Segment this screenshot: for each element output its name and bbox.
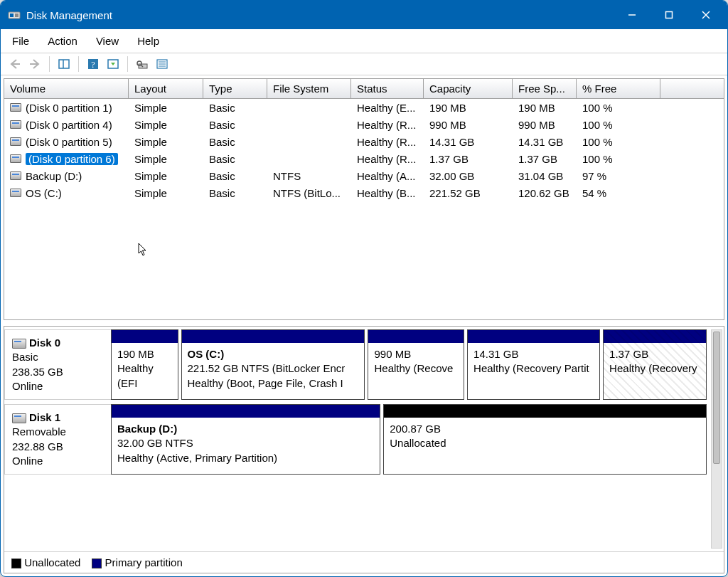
partition-title: OS (C:)	[188, 347, 359, 361]
cell-pct: 100 %	[577, 119, 660, 131]
partition-bar	[182, 330, 365, 343]
cell-status: Healthy (A...	[351, 170, 424, 182]
cell-type: Basic	[203, 102, 267, 114]
cell-type: Basic	[203, 136, 267, 148]
titlebar: Disk Management	[1, 1, 727, 29]
partition-size: 1.37 GB	[609, 347, 700, 361]
list-button[interactable]	[154, 55, 171, 73]
legend: Unallocated Primary partition	[4, 551, 724, 573]
app-window: Disk Management File Action View Help ?	[0, 0, 728, 577]
disk-icon	[12, 339, 26, 349]
partition-box[interactable]: Backup (D:)32.00 GB NTFSHealthy (Active,…	[111, 404, 380, 475]
svg-rect-1	[10, 14, 14, 17]
partition-box[interactable]: 990 MBHealthy (Recove	[368, 329, 464, 400]
cell-capacity: 14.31 GB	[424, 136, 513, 148]
cell-layout: Simple	[129, 153, 203, 165]
drive-icon	[10, 103, 21, 112]
volume-name: (Disk 0 partition 1)	[26, 102, 112, 114]
graphical-scroll: Disk 0Basic238.35 GBOnline190 MBHealthy …	[4, 327, 724, 551]
partition-status: Healthy (Recove	[374, 361, 458, 376]
disk-size: 238.35 GB	[12, 365, 104, 379]
app-icon	[8, 9, 21, 21]
disk-name: Disk 0	[29, 337, 60, 349]
partition-box[interactable]: 200.87 GBUnallocated	[383, 404, 707, 475]
properties-button[interactable]	[134, 55, 151, 73]
refresh-button[interactable]	[105, 55, 122, 73]
volume-name: (Disk 0 partition 4)	[26, 119, 112, 131]
col-layout[interactable]: Layout	[129, 79, 203, 98]
partition-box[interactable]: 190 MBHealthy (EFI	[111, 329, 178, 400]
maximize-button[interactable]	[651, 1, 687, 29]
partition-box[interactable]: 1.37 GBHealthy (Recovery	[603, 329, 707, 400]
col-capacity[interactable]: Capacity	[424, 79, 513, 98]
cell-pct: 54 %	[577, 187, 660, 199]
drive-icon	[10, 154, 21, 163]
cell-fs: NTFS (BitLo...	[267, 187, 351, 199]
cell-capacity: 32.00 GB	[424, 170, 513, 182]
col-pctfree[interactable]: % Free	[577, 79, 660, 98]
partition-box[interactable]: OS (C:)221.52 GB NTFS (BitLocker EncrHea…	[181, 329, 365, 400]
partition-bar	[384, 405, 706, 418]
menu-action[interactable]: Action	[45, 33, 80, 48]
minimize-button[interactable]	[614, 1, 651, 29]
cell-pct: 100 %	[577, 102, 660, 114]
disk-partitions: Backup (D:)32.00 GB NTFSHealthy (Active,…	[111, 404, 721, 475]
disk-name: Disk 1	[29, 411, 60, 423]
partition-size: 190 MB	[117, 347, 172, 361]
cell-status: Healthy (E...	[351, 102, 424, 114]
cell-pct: 100 %	[577, 136, 660, 148]
cell-status: Healthy (B...	[351, 187, 424, 199]
cell-capacity: 190 MB	[424, 102, 513, 114]
menu-file[interactable]: File	[9, 33, 32, 48]
help-button[interactable]: ?	[85, 55, 102, 73]
disk-info[interactable]: Disk 1Removable232.88 GBOnline	[4, 404, 111, 475]
table-row[interactable]: (Disk 0 partition 4)SimpleBasicHealthy (…	[4, 116, 724, 133]
cell-layout: Simple	[129, 170, 203, 182]
table-row[interactable]: OS (C:)SimpleBasicNTFS (BitLo...Healthy …	[4, 184, 724, 201]
col-type[interactable]: Type	[203, 79, 267, 98]
col-volume[interactable]: Volume	[4, 79, 129, 98]
cell-type: Basic	[203, 170, 267, 182]
table-row[interactable]: (Disk 0 partition 5)SimpleBasicHealthy (…	[4, 133, 724, 150]
svg-text:?: ?	[91, 60, 95, 70]
partition-size: 990 MB	[374, 347, 458, 361]
partition-status: Healthy (Boot, Page File, Crash I	[188, 376, 359, 391]
disk-state: Online	[12, 379, 104, 393]
partition-box[interactable]: 14.31 GBHealthy (Recovery Partit	[467, 329, 600, 400]
toolbar: ?	[1, 53, 727, 75]
disk-bus: Basic	[12, 350, 104, 364]
close-button[interactable]	[687, 1, 724, 29]
partition-title: Backup (D:)	[117, 422, 374, 436]
cell-status: Healthy (R...	[351, 153, 424, 165]
col-free[interactable]: Free Sp...	[513, 79, 577, 98]
vertical-scrollbar[interactable]	[711, 329, 722, 549]
cell-capacity: 1.37 GB	[424, 153, 513, 165]
menu-help[interactable]: Help	[134, 33, 162, 48]
table-row[interactable]: (Disk 0 partition 1)SimpleBasicHealthy (…	[4, 99, 724, 116]
cell-pct: 97 %	[577, 170, 660, 182]
menu-view[interactable]: View	[93, 33, 122, 48]
drive-icon	[10, 171, 21, 180]
show-hide-button[interactable]	[55, 55, 73, 73]
volume-name: (Disk 0 partition 5)	[26, 136, 112, 148]
cell-layout: Simple	[129, 136, 203, 148]
svg-rect-4	[666, 12, 673, 18]
forward-button[interactable]	[26, 55, 43, 73]
legend-swatch-primary	[92, 559, 102, 568]
back-button[interactable]	[6, 55, 23, 73]
legend-unallocated: Unallocated	[24, 556, 80, 568]
cell-layout: Simple	[129, 187, 203, 199]
table-row[interactable]: Backup (D:)SimpleBasicNTFSHealthy (A...3…	[4, 167, 724, 184]
partition-size: 221.52 GB NTFS (BitLocker Encr	[188, 361, 359, 376]
cell-status: Healthy (R...	[351, 119, 424, 131]
legend-primary: Primary partition	[105, 556, 183, 568]
cell-free: 190 MB	[513, 102, 577, 114]
disk-info[interactable]: Disk 0Basic238.35 GBOnline	[4, 329, 111, 400]
partition-bar	[112, 405, 380, 418]
svg-rect-2	[15, 14, 18, 17]
cell-free: 990 MB	[513, 119, 577, 131]
table-row[interactable]: (Disk 0 partition 6)SimpleBasicHealthy (…	[4, 150, 724, 167]
partition-size: 32.00 GB NTFS	[117, 436, 374, 450]
col-status[interactable]: Status	[351, 79, 424, 98]
col-filesystem[interactable]: File System	[267, 79, 351, 98]
